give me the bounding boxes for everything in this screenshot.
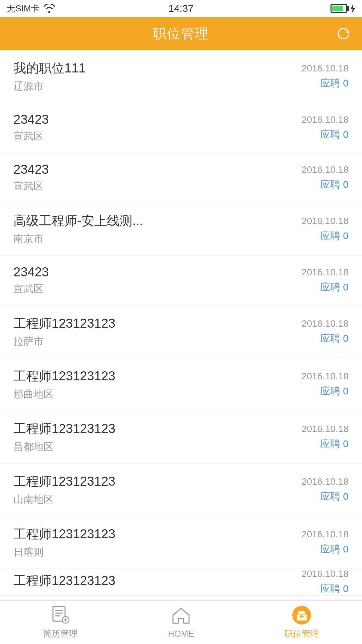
wifi-icon	[44, 4, 55, 13]
tab-job[interactable]: 职位管理	[241, 601, 362, 644]
item-title: 我的职位111	[13, 60, 85, 77]
tab-home-label: HOME	[168, 629, 194, 639]
item-left: 23423 宣武区	[13, 162, 49, 193]
item-right: 2016.10.18 应聘 0	[302, 63, 349, 90]
lightning-icon	[350, 4, 355, 13]
item-location: 辽源市	[13, 79, 85, 93]
item-date: 2016.10.18	[302, 476, 349, 487]
job-tab-icon	[292, 605, 312, 625]
apply-count: 0	[343, 438, 349, 449]
item-apply: 应聘 0	[320, 384, 349, 398]
item-left: 我的职位111 辽源市	[13, 60, 85, 93]
list-item[interactable]: 我的职位111 辽源市 2016.10.18 应聘 0	[0, 50, 362, 103]
item-left: 23423 宣武区	[13, 265, 49, 296]
list-item[interactable]: 工程师123123123 日喀则 2016.10.18 应聘 0	[0, 516, 362, 569]
item-date: 2016.10.18	[302, 424, 349, 434]
item-apply: 应聘 0	[320, 490, 349, 503]
list-item[interactable]: 工程师123123123 山南地区 2016.10.18 应聘 0	[0, 464, 362, 516]
item-apply: 应聘 0	[320, 437, 349, 451]
refresh-icon	[336, 26, 351, 41]
apply-count: 0	[343, 281, 349, 292]
home-tab-icon	[171, 606, 191, 626]
status-bar: 无SIM卡 14:37	[0, 0, 362, 17]
item-apply: 应聘 0	[320, 332, 349, 345]
item-apply: 应聘 0	[320, 542, 349, 556]
item-date: 2016.10.18	[302, 267, 349, 278]
item-title: 工程师123123123	[13, 420, 115, 437]
item-right: 2016.10.18 应聘 0	[302, 267, 349, 294]
item-title: 工程师123123123	[13, 572, 115, 589]
item-right: 2016.10.18 应聘 0	[302, 476, 349, 503]
item-date: 2016.10.18	[302, 318, 349, 329]
apply-count: 0	[343, 77, 349, 89]
item-location: 昌都地区	[13, 440, 115, 454]
item-right: 2016.10.18 应聘 0	[302, 216, 349, 243]
item-right: 2016.10.18 应聘 0	[302, 529, 349, 556]
item-right: 2016.10.18 应聘 0	[302, 424, 349, 451]
item-apply: 应聘 0	[320, 178, 349, 192]
page-title: 职位管理	[153, 24, 209, 43]
item-right: 2016.10.18 应聘 0	[302, 318, 349, 345]
refresh-button[interactable]	[335, 25, 352, 42]
item-location: 宣武区	[13, 179, 49, 193]
item-title: 工程师123123123	[13, 315, 115, 332]
apply-count: 0	[343, 129, 349, 140]
item-right: 2016.10.18 应聘 0	[302, 164, 349, 192]
status-left: 无SIM卡	[7, 3, 55, 14]
list-item[interactable]: 23423 宣武区 2016.10.18 应聘 0	[0, 103, 362, 153]
item-left: 23423 宣武区	[13, 112, 49, 143]
item-right: 2016.10.18 应聘 0	[302, 114, 349, 142]
item-right: 2016.10.18 应聘 0	[302, 569, 349, 596]
item-date: 2016.10.18	[302, 529, 349, 540]
page-header: 职位管理	[0, 17, 362, 50]
item-left: 工程师123123123 拉萨市	[13, 315, 115, 348]
item-date: 2016.10.18	[302, 371, 349, 382]
item-title: 23423	[13, 265, 49, 279]
item-left: 工程师123123123 日喀则	[13, 526, 115, 559]
item-date: 2016.10.18	[302, 63, 349, 74]
item-title: 高级工程师-安上线测...	[13, 212, 143, 229]
status-time: 14:37	[168, 3, 193, 14]
list-item[interactable]: 高级工程师-安上线测... 南京市 2016.10.18 应聘 0	[0, 203, 362, 256]
item-title: 工程师123123123	[13, 526, 115, 543]
item-right: 2016.10.18 应聘 0	[302, 371, 349, 398]
item-left: 工程师123123123 山南地区	[13, 473, 115, 506]
item-date: 2016.10.18	[302, 164, 349, 175]
list-item[interactable]: 23423 宣武区 2016.10.18 应聘 0	[0, 153, 362, 203]
svg-marker-0	[346, 30, 349, 33]
item-location: 日喀则	[13, 545, 115, 559]
item-date: 2016.10.18	[302, 569, 349, 579]
item-apply: 应聘 0	[320, 128, 349, 142]
list-item[interactable]: 工程师123123123 昌都地区 2016.10.18 应聘 0	[0, 411, 362, 464]
list-item[interactable]: 工程师123123123 那曲地区 2016.10.18 应聘 0	[0, 358, 362, 411]
item-left: 工程师123123123	[13, 572, 115, 592]
job-list: 我的职位111 辽源市 2016.10.18 应聘 0 23423 宣武区 20…	[0, 50, 362, 600]
item-apply: 应聘 0	[320, 582, 349, 596]
item-location: 宣武区	[13, 129, 49, 143]
item-date: 2016.10.18	[302, 216, 349, 226]
resume-tab-icon	[50, 605, 70, 625]
tab-resume[interactable]: 简历管理	[0, 601, 121, 644]
apply-count: 0	[343, 385, 349, 396]
list-item[interactable]: 工程师123123123 拉萨市 2016.10.18 应聘 0	[0, 306, 362, 358]
item-left: 工程师123123123 那曲地区	[13, 368, 115, 401]
apply-count: 0	[343, 491, 349, 502]
carrier-text: 无SIM卡	[7, 3, 40, 14]
battery-icon	[330, 4, 347, 13]
item-left: 工程师123123123 昌都地区	[13, 420, 115, 454]
apply-count: 0	[343, 543, 349, 554]
tab-home[interactable]: HOME	[121, 601, 241, 644]
item-date: 2016.10.18	[302, 114, 349, 125]
item-location: 拉萨市	[13, 335, 115, 348]
item-left: 高级工程师-安上线测... 南京市	[13, 212, 143, 246]
list-item[interactable]: 23423 宣武区 2016.10.18 应聘 0	[0, 256, 362, 306]
list-item[interactable]: 工程师123123123 2016.10.18 应聘 0	[0, 569, 362, 596]
tab-job-label: 职位管理	[284, 628, 319, 640]
item-title: 工程师123123123	[13, 368, 115, 385]
item-location: 南京市	[13, 232, 143, 246]
apply-count: 0	[343, 230, 349, 241]
apply-count: 0	[343, 179, 349, 190]
item-title: 23423	[13, 162, 49, 177]
item-title: 23423	[13, 112, 49, 127]
item-apply: 应聘 0	[320, 229, 349, 243]
